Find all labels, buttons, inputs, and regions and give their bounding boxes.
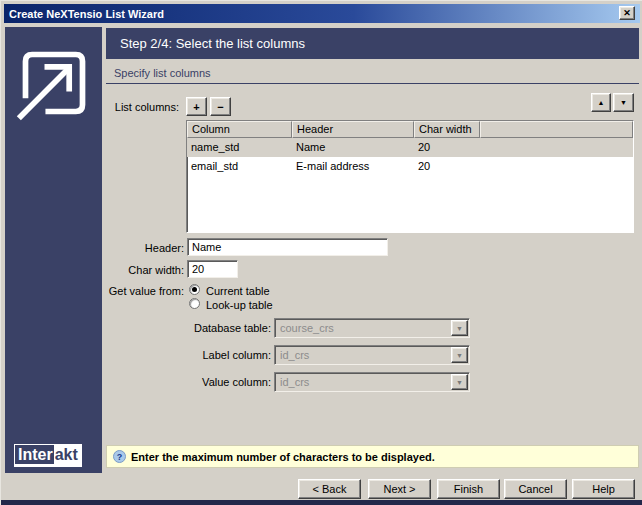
header-input[interactable]	[187, 238, 388, 256]
interakt-logo: Inter akt	[14, 444, 82, 467]
sidebar: Inter akt	[5, 27, 102, 473]
table-header-row: Column Header Char width	[187, 121, 633, 138]
add-column-button[interactable]: +	[186, 97, 207, 116]
group-title: Specify list columns	[114, 67, 211, 79]
header-field-label: Header:	[104, 242, 184, 254]
plus-icon: +	[193, 101, 199, 113]
get-value-from-label: Get value from:	[101, 285, 184, 297]
help-button[interactable]: Help	[572, 479, 635, 499]
minus-icon: −	[217, 101, 223, 113]
table-row[interactable]: email_std E-mail address 20	[187, 157, 633, 176]
brand-text-inter: Inter	[15, 445, 54, 464]
move-down-button[interactable]: ▼	[613, 93, 634, 112]
remove-column-button[interactable]: −	[210, 97, 231, 116]
title-bar[interactable]: Create NeXTensio List Wizard	[4, 4, 640, 23]
list-columns-label: List columns:	[106, 101, 179, 113]
label-column-select: id_crs ▼	[274, 345, 470, 365]
column-header-header[interactable]: Header	[292, 121, 414, 138]
radio-current-table[interactable]	[189, 284, 200, 295]
table-row[interactable]: name_std Name 20	[187, 138, 633, 157]
finish-button[interactable]: Finish	[437, 479, 500, 499]
arrow-down-icon: ▼	[620, 99, 627, 106]
status-message: Enter the maximum number of characters t…	[131, 451, 435, 463]
cancel-button[interactable]: Cancel	[504, 479, 567, 499]
next-button[interactable]: Next >	[368, 479, 431, 499]
column-header-char-width[interactable]: Char width	[414, 121, 480, 138]
value-column-select: id_crs ▼	[274, 372, 470, 392]
wizard-dialog: Create NeXTensio List Wizard ✕ Inter akt…	[0, 0, 642, 505]
nextensio-logo-icon	[16, 45, 92, 121]
char-width-input[interactable]	[187, 260, 238, 278]
group-heading: Specify list columns	[106, 67, 639, 84]
column-header-column[interactable]: Column	[187, 121, 292, 138]
radio-current-table-label: Current table	[206, 285, 270, 297]
help-hint-icon: ?	[113, 450, 126, 463]
status-bar: ? Enter the maximum number of characters…	[106, 445, 639, 468]
window-title: Create NeXTensio List Wizard	[9, 8, 164, 20]
close-icon[interactable]: ✕	[619, 6, 635, 20]
chevron-down-icon: ▼	[451, 347, 468, 363]
database-table-label: Database table:	[151, 322, 271, 334]
database-table-select: course_crs ▼	[274, 318, 470, 338]
move-up-button[interactable]: ▲	[591, 93, 611, 112]
brand-text-akt: akt	[54, 445, 81, 464]
label-column-label: Label column:	[151, 349, 271, 361]
chevron-down-icon: ▼	[451, 374, 468, 390]
radio-lookup-table[interactable]	[189, 298, 200, 309]
back-button[interactable]: < Back	[298, 479, 361, 499]
column-header-spacer	[480, 121, 633, 138]
arrow-up-icon: ▲	[598, 99, 605, 106]
value-column-label: Value column:	[151, 376, 271, 388]
chevron-down-icon: ▼	[451, 320, 468, 336]
step-header: Step 2/4: Select the list columns	[106, 28, 639, 59]
radio-lookup-table-label: Look-up table	[206, 299, 273, 311]
columns-table: Column Header Char width name_std Name 2…	[186, 120, 634, 233]
char-width-field-label: Char width:	[104, 264, 184, 276]
window-bottom-edge	[1, 500, 642, 505]
step-title: Step 2/4: Select the list columns	[120, 36, 305, 51]
